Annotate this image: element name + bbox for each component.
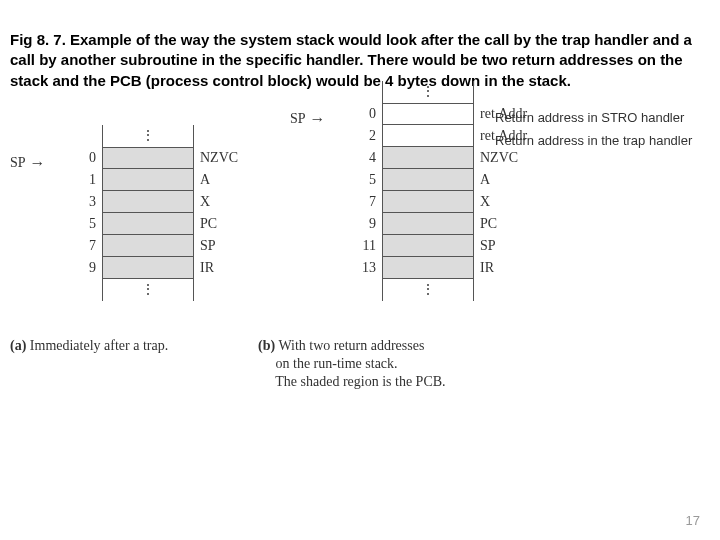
row-label: SP <box>194 238 216 254</box>
subcaption-a: (a) Immediately after a trap. <box>10 337 168 355</box>
subcaption-a-text: Immediately after a trap. <box>30 338 168 353</box>
row-label: A <box>194 172 210 188</box>
offset-label: 9 <box>360 216 382 232</box>
row-label: PC <box>474 216 497 232</box>
offset-label: 7 <box>360 194 382 210</box>
sp-label: SP <box>290 111 306 127</box>
sp-pointer-a: SP → <box>10 155 50 171</box>
offset-label: 1 <box>80 172 102 188</box>
vdots-icon: ⋮ <box>421 90 435 94</box>
row-label: X <box>474 194 490 210</box>
vdots-icon: ⋮ <box>421 288 435 292</box>
offset-label: 13 <box>360 260 382 276</box>
sp-label: SP <box>10 155 26 171</box>
row-label: SP <box>474 238 496 254</box>
offset-label: 9 <box>80 260 102 276</box>
subcaption-b-l3: The shaded region is the PCB. <box>275 374 445 389</box>
offset-label: 4 <box>360 150 382 166</box>
arrow-right-icon: → <box>30 155 46 171</box>
row-label: NZVC <box>194 150 238 166</box>
subcaption-b-l2: on the run-time stack. <box>276 356 398 371</box>
arrow-right-icon: → <box>310 111 326 127</box>
offset-label: 7 <box>80 238 102 254</box>
row-label: A <box>474 172 490 188</box>
page-number: 17 <box>686 513 700 528</box>
offset-label: 2 <box>360 128 382 144</box>
figure-caption: Fig 8. 7. Example of the way the system … <box>10 30 705 91</box>
annotation-trap: Return address in the trap handler <box>495 133 692 148</box>
row-label: NZVC <box>474 150 518 166</box>
offset-label: 11 <box>360 238 382 254</box>
offset-label: 3 <box>80 194 102 210</box>
row-label: PC <box>194 216 217 232</box>
row-label: IR <box>194 260 214 276</box>
offset-label: 5 <box>360 172 382 188</box>
annotation-stro: Return address in STRO handler <box>495 110 684 125</box>
offset-label: 0 <box>80 150 102 166</box>
vdots-icon: ⋮ <box>141 134 155 138</box>
subcaption-a-bold: (a) <box>10 338 26 353</box>
row-label: IR <box>474 260 494 276</box>
sp-pointer-b: SP → <box>290 111 330 127</box>
subcaption-b-bold: (b) <box>258 338 275 353</box>
row-label: X <box>194 194 210 210</box>
subcaption-b-l1: With two return addresses <box>278 338 424 353</box>
offset-label: 0 <box>360 106 382 122</box>
offset-label: 5 <box>80 216 102 232</box>
subcaption-b: (b) With two return addresses on the run… <box>258 337 446 392</box>
vdots-icon: ⋮ <box>141 288 155 292</box>
